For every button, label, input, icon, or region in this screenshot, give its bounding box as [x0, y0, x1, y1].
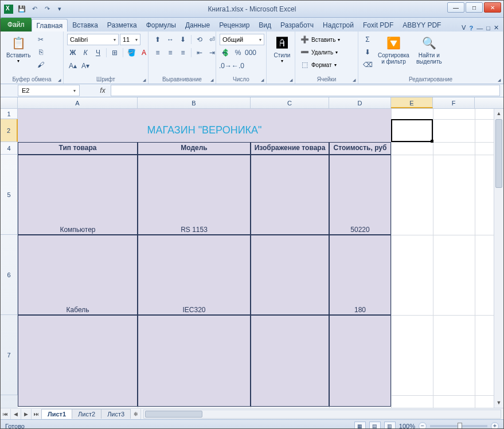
- font-color-button[interactable]: A: [138, 47, 150, 58]
- clear-button[interactable]: ⌫: [362, 59, 373, 70]
- col-C[interactable]: C: [251, 97, 329, 108]
- selected-cell[interactable]: [391, 119, 433, 142]
- cell-D6[interactable]: 180: [329, 235, 391, 315]
- autosum-button[interactable]: Σ: [362, 34, 373, 45]
- formula-input[interactable]: [111, 85, 500, 96]
- horizontal-scrollbar[interactable]: [143, 410, 501, 419]
- scroll-down-icon[interactable]: ▼: [494, 398, 503, 408]
- tab-review[interactable]: Рецензир: [214, 19, 254, 32]
- sort-filter-button[interactable]: 🔽 Сортировка и фильтр: [376, 34, 412, 66]
- header-type[interactable]: Тип товара: [18, 142, 138, 155]
- cell-B6[interactable]: IEC320: [138, 235, 251, 315]
- tab-insert[interactable]: Вставка: [68, 19, 103, 32]
- sheet-tab-1[interactable]: Лист1: [41, 409, 72, 419]
- align-right-button[interactable]: ≡: [177, 47, 189, 58]
- align-left-button[interactable]: ≡: [152, 47, 163, 58]
- tab-view[interactable]: Вид: [254, 19, 276, 32]
- col-E[interactable]: E: [391, 97, 433, 108]
- underline-button[interactable]: Ч: [92, 47, 104, 58]
- col-A[interactable]: A: [18, 97, 138, 108]
- tab-abbyy[interactable]: ABBYY PDF: [398, 19, 446, 32]
- save-button[interactable]: 💾: [17, 4, 27, 14]
- copy-button[interactable]: ⎘: [35, 46, 46, 58]
- col-F[interactable]: F: [433, 97, 475, 108]
- align-middle-button[interactable]: ↔: [165, 34, 176, 45]
- zoom-out-button[interactable]: −: [419, 422, 427, 430]
- sheet-tab-2[interactable]: Лист2: [72, 409, 101, 419]
- border-button[interactable]: ⊞: [109, 47, 120, 58]
- vertical-scrollbar[interactable]: ▲ ▼: [494, 109, 503, 408]
- row-5[interactable]: 5: [1, 155, 18, 235]
- increase-decimal-button[interactable]: .0→: [220, 60, 231, 72]
- tab-data[interactable]: Данные: [181, 19, 214, 32]
- zoom-knob[interactable]: [458, 423, 462, 430]
- maximize-button[interactable]: □: [466, 2, 483, 13]
- doc-minimize-icon[interactable]: —: [476, 25, 483, 32]
- align-center-button[interactable]: ≡: [165, 47, 176, 58]
- undo-button[interactable]: ↶: [29, 4, 40, 14]
- italic-button[interactable]: К: [80, 47, 91, 58]
- col-D[interactable]: D: [329, 97, 391, 108]
- cell-D5[interactable]: 50220: [329, 155, 391, 235]
- sheet-nav-first[interactable]: ⏮: [1, 409, 11, 419]
- row-7[interactable]: 7: [1, 315, 18, 395]
- styles-button[interactable]: 🅰 Стили ▾: [270, 34, 294, 65]
- header-model[interactable]: Модель: [138, 142, 251, 155]
- shrink-font-button[interactable]: A▾: [80, 60, 91, 72]
- percent-button[interactable]: %: [232, 47, 244, 58]
- grow-font-button[interactable]: A▴: [67, 60, 79, 72]
- cell-B5[interactable]: RS 1153: [138, 155, 251, 235]
- minimize-ribbon-icon[interactable]: ᐯ: [462, 24, 466, 32]
- zoom-slider[interactable]: [430, 425, 487, 427]
- currency-button[interactable]: 💲: [220, 47, 231, 58]
- hscroll-thumb[interactable]: [145, 411, 202, 418]
- align-bottom-button[interactable]: ⬇: [177, 34, 189, 45]
- number-format-combo[interactable]: Общий▾: [220, 34, 264, 45]
- comma-button[interactable]: 000: [245, 47, 256, 58]
- tab-home[interactable]: Главная: [32, 19, 68, 32]
- tab-foxit[interactable]: Foxit PDF: [358, 19, 398, 32]
- col-B[interactable]: B: [138, 97, 251, 108]
- bold-button[interactable]: Ж: [67, 47, 79, 58]
- decrease-decimal-button[interactable]: ←.0: [232, 60, 244, 72]
- row-4[interactable]: 4: [1, 142, 18, 155]
- font-size-combo[interactable]: 11▾: [120, 34, 140, 45]
- find-select-button[interactable]: 🔍 Найти и выделить: [414, 34, 444, 66]
- cells-area[interactable]: МАГАЗИН "ВЕРОНИКА" Тип товара Модель Изо…: [18, 109, 503, 408]
- row-6[interactable]: 6: [1, 235, 18, 315]
- header-image[interactable]: Изображение товара: [251, 142, 329, 155]
- paste-button[interactable]: 📋 Вставить ▾: [4, 34, 33, 65]
- help-icon[interactable]: ?: [470, 25, 474, 32]
- sheet-nav-next[interactable]: ▶: [21, 409, 32, 419]
- tab-addins[interactable]: Надстрой: [318, 19, 358, 32]
- sheet-tab-3[interactable]: Лист3: [101, 409, 131, 419]
- align-top-button[interactable]: ⬆: [152, 34, 163, 45]
- name-box[interactable]: E2▾: [18, 85, 80, 96]
- row-1[interactable]: 1: [1, 109, 18, 119]
- close-button[interactable]: ✕: [484, 2, 501, 13]
- view-layout-button[interactable]: ▤: [369, 422, 381, 430]
- format-cells-button[interactable]: ⬚Формат▾: [299, 59, 337, 70]
- tab-formulas[interactable]: Формулы: [142, 19, 181, 32]
- tab-developer[interactable]: Разработч: [276, 19, 318, 32]
- orientation-button[interactable]: ⟲: [194, 34, 205, 45]
- sheet-nav-prev[interactable]: ◀: [11, 409, 21, 419]
- new-sheet-button[interactable]: ✻: [131, 409, 141, 419]
- cell-A5[interactable]: Компьютер: [18, 155, 138, 235]
- header-price[interactable]: Стоимость, руб: [329, 142, 391, 155]
- format-painter-button[interactable]: 🖌: [35, 59, 46, 70]
- scroll-thumb[interactable]: [495, 119, 502, 188]
- cell-A6[interactable]: Кабель: [18, 235, 138, 315]
- doc-restore-icon[interactable]: □: [486, 25, 490, 32]
- file-tab[interactable]: Файл: [1, 18, 32, 32]
- cut-button[interactable]: ✂: [35, 34, 46, 45]
- delete-cells-button[interactable]: ➖Удалить▾: [299, 46, 338, 58]
- minimize-button[interactable]: —: [447, 2, 464, 13]
- cell-title[interactable]: МАГАЗИН "ВЕРОНИКА": [18, 119, 391, 142]
- qat-customize[interactable]: ▾: [54, 4, 65, 14]
- doc-close-icon[interactable]: ✕: [494, 24, 499, 32]
- font-name-combo[interactable]: Calibri▾: [67, 34, 119, 45]
- redo-button[interactable]: ↷: [42, 4, 52, 14]
- select-all-corner[interactable]: [1, 97, 18, 108]
- decrease-indent-button[interactable]: ⇤: [194, 47, 205, 58]
